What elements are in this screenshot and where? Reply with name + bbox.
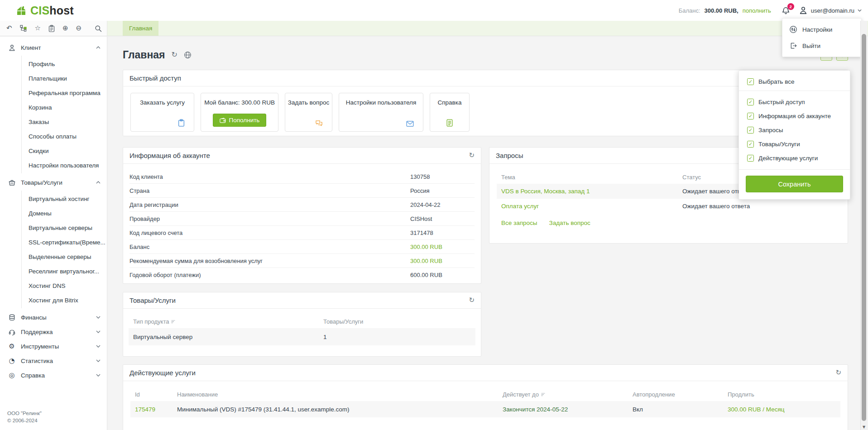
card-help[interactable]: Справка — [430, 93, 470, 132]
column-header-products-count: Товары/Услуги — [323, 318, 475, 325]
balance-value: 300.00 RUB, — [705, 7, 739, 14]
search-icon[interactable] — [95, 25, 102, 32]
card-user-settings[interactable]: Настройки пользователя — [339, 93, 423, 132]
sidebar-item-ssl-certificates[interactable]: SSL-сертификаты(Време... — [22, 235, 107, 249]
envelope-icon — [406, 121, 414, 127]
scrollbar-down-arrow[interactable]: ▼ — [861, 425, 867, 429]
sidebar-item-payment-methods[interactable]: Способы оплаты — [22, 129, 107, 143]
vertical-scrollbar[interactable]: ▼ — [860, 21, 867, 430]
sidebar-item-domains[interactable]: Домены — [22, 206, 107, 220]
request-topic-link[interactable]: Оплата услуг — [497, 203, 682, 210]
sidebar-section-label: Финансы — [21, 314, 47, 321]
checkbox-checked-icon[interactable]: ✓ — [747, 127, 754, 134]
checkbox-checked-icon[interactable]: ✓ — [747, 141, 754, 148]
account-info-row: ПровайдерCISHost — [129, 212, 475, 226]
checkbox-checked-icon[interactable]: ✓ — [747, 113, 754, 119]
zoom-in-icon[interactable]: ⊕ — [62, 25, 68, 32]
checkbox-checked-icon[interactable]: ✓ — [747, 78, 754, 85]
user-icon — [799, 6, 808, 15]
user-dropdown-menu: Настройки Выйти — [782, 18, 862, 57]
sidebar-item-user-settings[interactable]: Настройки пользователя — [22, 158, 107, 172]
refresh-icon[interactable]: ↻ — [469, 297, 475, 304]
topup-button[interactable]: Пополнить — [213, 114, 267, 127]
sidebar-item-bitrix-hosting[interactable]: Хостинг для Bitrix — [22, 293, 107, 307]
zoom-out-icon[interactable]: ⊖ — [76, 25, 82, 32]
card-my-balance: Мой баланс: 300.00 RUB Пополнить — [201, 93, 278, 132]
tab-home[interactable]: Главная — [123, 21, 158, 36]
sidebar-item-reselling[interactable]: Реселлинг виртуальног... — [22, 264, 107, 278]
sidebar-item-dedicated-servers[interactable]: Выделенные серверы — [22, 249, 107, 264]
products-panel: Товары/Услуги ↻ Тип продукта Товары/Услу… — [123, 292, 481, 357]
service-renew-link[interactable]: 300.00 RUB / Месяц — [728, 406, 840, 413]
menu-item-settings[interactable]: Настройки — [782, 21, 861, 38]
widget-option-products[interactable]: ✓ Товары/Услуги — [739, 137, 850, 151]
user-email: user@domain.ru — [811, 7, 854, 14]
request-row[interactable]: Оплата услуг Ожидает вашего ответа — [497, 199, 840, 214]
column-header-autorenew: Автопродление — [633, 391, 728, 398]
chevron-up-icon — [96, 181, 101, 184]
refresh-icon[interactable]: ↻ — [469, 152, 475, 159]
refresh-icon[interactable]: ↻ — [172, 51, 177, 58]
clipboard-icon[interactable] — [48, 25, 55, 32]
refresh-icon[interactable]: ↻ — [835, 369, 841, 376]
sidebar-item-virtual-servers[interactable]: Виртуальные серверы — [22, 220, 107, 235]
tree-view-icon[interactable] — [20, 25, 27, 32]
product-row[interactable]: Виртуальный сервер 1 — [129, 328, 475, 345]
sidebar-section-help[interactable]: ◎ Справка — [0, 368, 107, 382]
logout-icon — [789, 42, 797, 49]
menu-item-logout[interactable]: Выйти — [782, 38, 861, 54]
request-topic-link[interactable]: VDS в Россия, Москва, запад 1 — [497, 188, 682, 195]
save-button[interactable]: Сохранить — [746, 176, 843, 192]
sidebar-item-discounts[interactable]: Скидки — [22, 143, 107, 158]
sort-asc-icon — [171, 320, 175, 324]
topup-link[interactable]: пополнить — [743, 7, 771, 14]
coins-icon — [7, 314, 16, 321]
checkbox-checked-icon[interactable]: ✓ — [747, 155, 754, 162]
chevron-down-icon — [96, 330, 101, 333]
sidebar-section-support[interactable]: Поддержка — [0, 325, 107, 339]
sidebar-section-products[interactable]: Товары/Услуги — [0, 175, 107, 190]
sidebar-section-label: Инструменты — [21, 343, 59, 350]
checkbox-checked-icon[interactable]: ✓ — [747, 99, 754, 105]
sidebar-item-profile[interactable]: Профиль — [22, 57, 107, 71]
widget-option-requests[interactable]: ✓ Запросы — [739, 123, 850, 137]
account-info-panel: Информация об аккаунте ↻ Код клиента1307… — [123, 147, 481, 284]
sidebar-section-finance[interactable]: Финансы — [0, 310, 107, 325]
basket-icon — [7, 179, 16, 186]
column-header-product-type[interactable]: Тип продукта — [129, 318, 323, 325]
sidebar-item-referral[interactable]: Реферальная программа — [22, 86, 107, 100]
ask-question-link[interactable]: Задать вопрос — [549, 220, 590, 226]
sidebar-section-client[interactable]: Клиент — [0, 40, 107, 55]
user-menu-trigger[interactable]: user@domain.ru — [799, 6, 862, 15]
sidebar-item-orders[interactable]: Заказы — [22, 115, 107, 129]
widget-option-account-info[interactable]: ✓ Информация об аккаунте — [739, 109, 850, 123]
recommended-sum-link[interactable]: 300.00 RUB — [410, 258, 475, 264]
notifications-bell-icon[interactable]: 2 — [782, 6, 790, 15]
favorites-star-icon[interactable]: ☆ — [35, 25, 41, 32]
sidebar-item-shared-hosting[interactable]: Виртуальный хостинг — [22, 191, 107, 206]
card-order-service[interactable]: Заказать услугу — [130, 93, 194, 132]
product-count: 1 — [323, 334, 475, 340]
globe-icon[interactable] — [184, 51, 192, 59]
widget-option-active-services[interactable]: ✓ Действующие услуги — [739, 151, 850, 165]
sidebar-item-payers[interactable]: Плательщики — [22, 71, 107, 86]
column-header-renew: Продлить — [728, 391, 840, 398]
sidebar-item-cart[interactable]: Корзина — [22, 100, 107, 115]
sidebar-section-tools[interactable]: ⚙ Инструменты — [0, 339, 107, 354]
service-row[interactable]: 175479 Минимальный (VDS) #175479 (31.41.… — [130, 401, 840, 417]
sliders-icon — [789, 25, 797, 33]
service-id-link[interactable]: 175479 — [130, 406, 177, 413]
sidebar-section-statistics[interactable]: ◔ Статистика — [0, 354, 107, 368]
widget-option-quick-access[interactable]: ✓ Быстрый доступ — [739, 95, 850, 109]
balance-value-link[interactable]: 300.00 RUB — [410, 244, 475, 250]
select-all-option[interactable]: ✓ Выбрать все — [739, 71, 850, 91]
scrollbar-thumb[interactable] — [862, 34, 866, 421]
card-ask-question[interactable]: Задать вопрос — [285, 93, 332, 132]
sidebar-item-dns-hosting[interactable]: Хостинг DNS — [22, 278, 107, 293]
page-title: Главная — [123, 49, 165, 61]
all-requests-link[interactable]: Все запросы — [501, 220, 537, 226]
logo-text: CIShost — [30, 4, 74, 17]
pie-chart-icon: ◔ — [7, 358, 16, 364]
column-header-until[interactable]: Действует до — [503, 391, 633, 398]
back-icon[interactable]: ↶ — [6, 25, 12, 32]
